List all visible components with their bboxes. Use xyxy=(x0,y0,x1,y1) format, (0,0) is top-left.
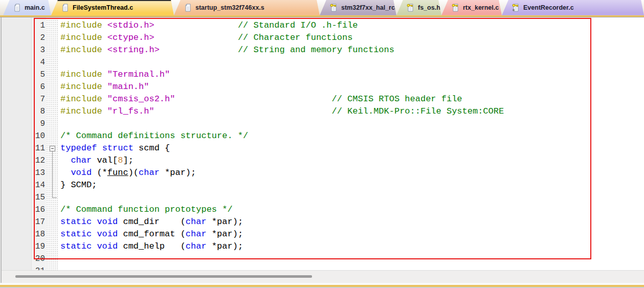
code-line[interactable]: 1#include <stdio.h> // Standard I/O .h-f… xyxy=(0,19,644,32)
tab-label: fs_os.h xyxy=(418,4,440,11)
tab-label: EventRecorder.c xyxy=(523,4,574,11)
code-line-text: typedef struct scmd { xyxy=(60,142,170,154)
document-icon xyxy=(13,4,21,12)
code-line-text: /* Command definitions structure. */ xyxy=(60,130,248,142)
fold-collapse-box[interactable] xyxy=(50,146,55,151)
document-icon xyxy=(61,4,70,12)
code-line-text: } SCMD; xyxy=(60,179,97,191)
code-line[interactable]: 8#include "rl_fs.h" // Keil.MDK-Pro::Fil… xyxy=(0,105,644,118)
tab-main.c[interactable]: main.c xyxy=(3,0,51,15)
code-line-text: #include "main.h" xyxy=(60,81,149,93)
code-line[interactable]: 4 xyxy=(0,56,644,69)
tab-label: startup_stm32f746xx.s xyxy=(195,4,264,11)
code-line-text: static void cmd_format (char *par); xyxy=(60,228,243,240)
code-line[interactable]: 12 char val[8]; xyxy=(0,154,644,167)
code-line-text: /* Command function prototypes */ xyxy=(60,204,233,216)
line-number[interactable]: 2 xyxy=(0,32,45,44)
code-text-layer: 1#include <stdio.h> // Standard I/O .h-f… xyxy=(0,17,644,270)
code-editor-area[interactable]: 1#include <stdio.h> // Standard I/O .h-f… xyxy=(0,17,644,270)
code-line[interactable]: 9 xyxy=(0,118,644,130)
code-line-text: #include <string.h> // String and memory… xyxy=(60,44,394,56)
line-number[interactable]: 7 xyxy=(0,93,45,105)
code-line-text: #include "cmsis_os2.h" // CMSIS RTOS hea… xyxy=(60,93,462,105)
line-number[interactable]: 18 xyxy=(0,228,45,240)
code-line[interactable]: 10/* Command definitions structure. */ xyxy=(0,130,644,142)
line-number[interactable]: 5 xyxy=(0,69,45,81)
code-line-text: #include <stdio.h> // Standard I/O .h-fi… xyxy=(60,19,358,32)
code-line[interactable]: 14} SCMD; xyxy=(0,179,644,191)
code-line[interactable]: 16/* Command function prototypes */ xyxy=(0,204,644,216)
code-line-text: #include "rl_fs.h" // Keil.MDK-Pro::File… xyxy=(60,105,504,118)
line-number[interactable]: 19 xyxy=(0,240,45,253)
code-line[interactable]: 18static void cmd_format (char *par); xyxy=(0,228,644,240)
code-line[interactable]: 7#include "cmsis_os2.h" // CMSIS RTOS he… xyxy=(0,93,644,105)
code-line[interactable]: 19static void cmd_help (char *par); xyxy=(0,240,644,253)
editor-window-left-border xyxy=(0,17,2,283)
document-key-icon xyxy=(452,4,460,12)
line-number[interactable]: 20 xyxy=(0,253,45,265)
document-key-icon xyxy=(407,4,415,12)
code-line-text: void (*func)(char *par); xyxy=(60,167,196,179)
active-tab-top-border xyxy=(51,0,174,1)
code-line-text: #include <ctype.h> // Character function… xyxy=(60,32,352,44)
line-number[interactable]: 17 xyxy=(0,216,45,228)
tab-fs_os.h[interactable]: fs_os.h xyxy=(396,0,441,15)
code-line[interactable]: 17static void cmd_dir (char *par); xyxy=(0,216,644,228)
tab-EventRecorder.c[interactable]: EventRecorder.c xyxy=(502,0,644,15)
code-line-text: #include "Terminal.h" xyxy=(60,69,170,81)
line-number[interactable]: 13 xyxy=(0,167,45,179)
tab-stm32f7xx_hal_rcc.c[interactable]: stm32f7xx_hal_rcc.c xyxy=(320,0,396,15)
line-number[interactable]: 11 xyxy=(0,142,45,154)
document-icon xyxy=(184,4,192,12)
fold-scope-line xyxy=(52,151,53,197)
horizontal-scrollbar[interactable] xyxy=(2,270,644,283)
code-line[interactable]: 5#include "Terminal.h" xyxy=(0,69,644,81)
tab-label: main.c xyxy=(25,4,45,11)
horizontal-scrollbar-thumb[interactable] xyxy=(15,275,312,278)
code-line[interactable]: 11typedef struct scmd { xyxy=(0,142,644,154)
line-number[interactable]: 3 xyxy=(0,44,45,56)
tab-FileSystemThread.c[interactable]: FileSystemThread.c xyxy=(51,0,174,15)
fold-scope-end-tick xyxy=(52,197,57,198)
line-number[interactable]: 9 xyxy=(0,118,45,130)
code-line[interactable]: 20 xyxy=(0,253,644,265)
code-line-text: static void cmd_dir (char *par); xyxy=(60,216,243,228)
code-line[interactable]: 3#include <string.h> // String and memor… xyxy=(0,44,644,56)
code-line[interactable]: 6#include "main.h" xyxy=(0,81,644,93)
code-line[interactable]: 2#include <ctype.h> // Character functio… xyxy=(0,32,644,44)
line-number[interactable]: 15 xyxy=(0,191,45,204)
line-number[interactable]: 10 xyxy=(0,130,45,142)
code-line[interactable]: 15 xyxy=(0,191,644,204)
tab-startup_stm32f746xx.s[interactable]: startup_stm32f746xx.s xyxy=(174,0,320,15)
line-number[interactable]: 12 xyxy=(0,154,45,167)
line-number[interactable]: 4 xyxy=(0,56,45,69)
line-number[interactable]: 6 xyxy=(0,81,45,93)
document-key-icon xyxy=(330,4,338,12)
line-number[interactable]: 14 xyxy=(0,179,45,191)
tab-label: FileSystemThread.c xyxy=(73,4,133,11)
keil-editor-window: main.cFileSystemThread.cstartup_stm32f74… xyxy=(0,0,644,288)
line-number[interactable]: 16 xyxy=(0,204,45,216)
code-line-text: char val[8]; xyxy=(60,154,134,167)
line-number[interactable]: 8 xyxy=(0,105,45,118)
document-tab-bar: main.cFileSystemThread.cstartup_stm32f74… xyxy=(0,0,644,15)
line-number[interactable]: 1 xyxy=(0,19,45,32)
document-key-asterisk-icon xyxy=(512,4,520,12)
tab-label: rtx_kernel.c xyxy=(463,4,499,11)
code-line-text: static void cmd_help (char *par); xyxy=(60,240,243,253)
tab-rtx_kernel.c[interactable]: rtx_kernel.c xyxy=(441,0,502,15)
code-line[interactable]: 13 void (*func)(char *par); xyxy=(0,167,644,179)
tab-label: stm32f7xx_hal_rcc.c xyxy=(341,4,404,11)
